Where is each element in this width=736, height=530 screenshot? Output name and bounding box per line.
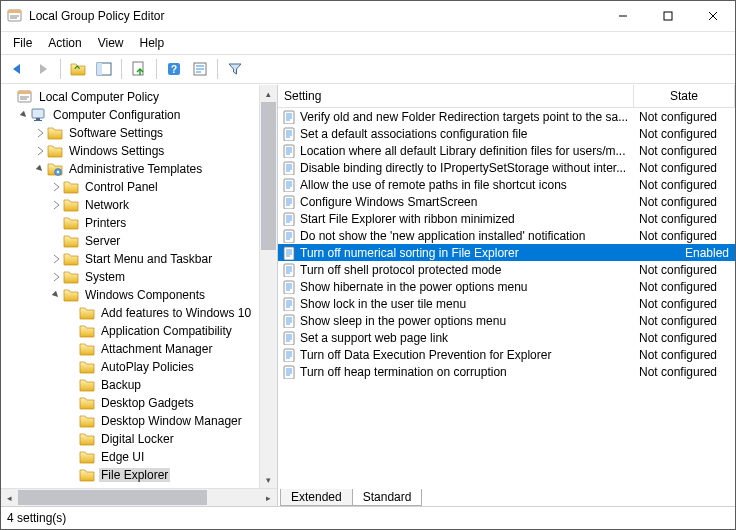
tree-windows-components[interactable]: Windows Components — [1, 286, 259, 304]
tree-windows-settings[interactable]: Windows Settings — [1, 142, 259, 160]
scroll-up-icon[interactable]: ▴ — [260, 85, 277, 102]
back-button[interactable] — [5, 57, 29, 81]
tab-extended[interactable]: Extended — [280, 489, 353, 506]
chevron-right-icon[interactable] — [49, 200, 63, 210]
statusbar: 4 setting(s) — [1, 506, 735, 529]
tree-scrollbar-horizontal[interactable]: ◂ ▸ — [1, 488, 277, 506]
column-state[interactable]: State — [634, 85, 735, 107]
svg-rect-15 — [664, 12, 672, 20]
policy-icon — [282, 348, 296, 362]
chevron-down-icon[interactable] — [33, 164, 47, 174]
maximize-button[interactable] — [645, 2, 690, 31]
list-item[interactable]: Turn off heap termination on corruptionN… — [278, 363, 735, 380]
toolbar-separator — [217, 59, 218, 79]
list-item[interactable]: Show sleep in the power options menuNot … — [278, 312, 735, 329]
toolbar-separator — [60, 59, 61, 79]
export-button[interactable] — [127, 57, 151, 81]
list-item[interactable]: Location where all default Library defin… — [278, 142, 735, 159]
show-hide-tree-button[interactable] — [92, 57, 116, 81]
tree-system[interactable]: System — [1, 268, 259, 286]
filter-button[interactable] — [223, 57, 247, 81]
list-item[interactable]: Do not show the 'new application install… — [278, 227, 735, 244]
tree-scrollbar-vertical[interactable]: ▴ ▾ — [259, 85, 277, 488]
tree-item[interactable]: Application Compatibility — [1, 322, 259, 340]
policy-icon — [282, 110, 296, 124]
tree-file-explorer[interactable]: File Explorer — [1, 466, 259, 484]
list-item[interactable]: Allow the use of remote paths in file sh… — [278, 176, 735, 193]
tree-printers[interactable]: Printers — [1, 214, 259, 232]
help-button[interactable]: ? — [162, 57, 186, 81]
list-item[interactable]: Turn off Data Execution Prevention for E… — [278, 346, 735, 363]
details-pane: Setting State Verify old and new Folder … — [278, 85, 735, 506]
list-item[interactable]: Verify old and new Folder Redirection ta… — [278, 108, 735, 125]
policy-icon — [282, 178, 296, 192]
tree-start-menu[interactable]: Start Menu and Taskbar — [1, 250, 259, 268]
tree-software-settings[interactable]: Software Settings — [1, 124, 259, 142]
chevron-right-icon[interactable] — [33, 146, 47, 156]
tree-item[interactable]: Desktop Window Manager — [1, 412, 259, 430]
properties-button[interactable] — [188, 57, 212, 81]
close-button[interactable] — [690, 2, 735, 31]
policy-icon — [282, 297, 296, 311]
tree-item[interactable]: Add features to Windows 10 — [1, 304, 259, 322]
policy-icon — [282, 314, 296, 328]
tree-server[interactable]: Server — [1, 232, 259, 250]
tree-admin-templates[interactable]: Administrative Templates — [1, 160, 259, 178]
scroll-thumb[interactable] — [18, 490, 207, 505]
tree-computer-configuration[interactable]: Computer Configuration — [1, 106, 259, 124]
column-setting[interactable]: Setting — [278, 85, 634, 107]
chevron-right-icon[interactable] — [49, 254, 63, 264]
list-item[interactable]: Set a default associations configuration… — [278, 125, 735, 142]
list-item[interactable]: Show hibernate in the power options menu… — [278, 278, 735, 295]
view-tabs: Extended Standard — [278, 485, 735, 506]
policy-icon — [282, 280, 296, 294]
chevron-right-icon[interactable] — [49, 182, 63, 192]
tree-item[interactable]: Digital Locker — [1, 430, 259, 448]
tree-item[interactable]: Backup — [1, 376, 259, 394]
list-item[interactable]: Set a support web page linkNot configure… — [278, 329, 735, 346]
scroll-right-icon[interactable]: ▸ — [260, 489, 277, 506]
menu-file[interactable]: File — [5, 34, 40, 52]
chevron-down-icon[interactable] — [49, 290, 63, 300]
scroll-down-icon[interactable]: ▾ — [260, 471, 277, 488]
toolbar: ? — [1, 54, 735, 84]
list-item[interactable]: Configure Windows SmartScreenNot configu… — [278, 193, 735, 210]
tree-item[interactable]: Desktop Gadgets — [1, 394, 259, 412]
tab-standard[interactable]: Standard — [352, 489, 423, 506]
menu-help[interactable]: Help — [132, 34, 173, 52]
tree-scroll[interactable]: Local Computer Policy Computer Configura… — [1, 85, 259, 488]
menu-action[interactable]: Action — [40, 34, 89, 52]
policy-icon — [282, 144, 296, 158]
list-item[interactable]: Disable binding directly to IPropertySet… — [278, 159, 735, 176]
policy-icon — [282, 365, 296, 379]
titlebar: Local Group Policy Editor — [1, 1, 735, 32]
toolbar-separator — [156, 59, 157, 79]
list-item[interactable]: Turn off shell protocol protected modeNo… — [278, 261, 735, 278]
minimize-button[interactable] — [600, 2, 645, 31]
up-button[interactable] — [66, 57, 90, 81]
policy-icon — [282, 331, 296, 345]
list-item[interactable]: Show lock in the user tile menuNot confi… — [278, 295, 735, 312]
tree-control-panel[interactable]: Control Panel — [1, 178, 259, 196]
forward-button[interactable] — [31, 57, 55, 81]
list-header: Setting State — [278, 85, 735, 108]
policy-icon — [282, 246, 296, 260]
chevron-right-icon[interactable] — [33, 128, 47, 138]
tree-item[interactable]: Edge UI — [1, 448, 259, 466]
tree-item[interactable]: Attachment Manager — [1, 340, 259, 358]
policy-icon — [282, 263, 296, 277]
chevron-right-icon[interactable] — [49, 272, 63, 282]
menu-view[interactable]: View — [90, 34, 132, 52]
list-item-selected[interactable]: Turn off numerical sorting in File Explo… — [278, 244, 735, 261]
scroll-left-icon[interactable]: ◂ — [1, 489, 18, 506]
tree-network[interactable]: Network — [1, 196, 259, 214]
main-body: Local Computer Policy Computer Configura… — [1, 84, 735, 506]
list-item[interactable]: Start File Explorer with ribbon minimize… — [278, 210, 735, 227]
scroll-thumb[interactable] — [261, 102, 276, 250]
tree-root[interactable]: Local Computer Policy — [1, 88, 259, 106]
chevron-down-icon[interactable] — [17, 110, 31, 120]
tree-item[interactable]: AutoPlay Policies — [1, 358, 259, 376]
menubar: File Action View Help — [1, 32, 735, 54]
list-body: Verify old and new Folder Redirection ta… — [278, 108, 735, 485]
policy-icon — [282, 212, 296, 226]
